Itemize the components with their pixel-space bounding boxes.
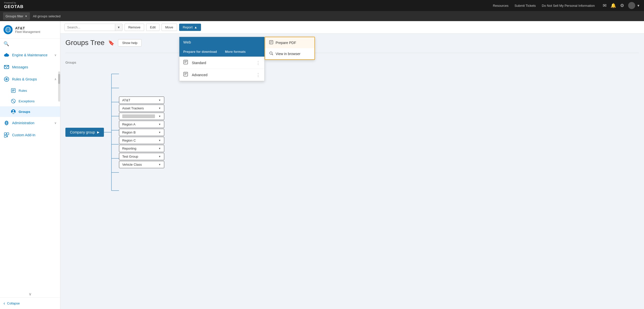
node-region-c-arrow: ▼: [158, 139, 161, 142]
groups-filter-button[interactable]: Groups filter ▼: [3, 12, 30, 20]
advanced-dots-icon[interactable]: ⋮: [256, 72, 260, 78]
report-standard-item[interactable]: Standard ⋮: [179, 57, 264, 69]
search-input[interactable]: [65, 24, 115, 31]
show-help-button[interactable]: Show help: [118, 39, 142, 47]
move-button[interactable]: Move: [162, 24, 177, 31]
report-advanced-item[interactable]: Advanced ⋮: [179, 69, 264, 81]
resources-link[interactable]: Resources: [493, 4, 508, 8]
svg-rect-25: [184, 60, 188, 64]
groups-label: Groups: [19, 110, 30, 114]
tree-node-reporting[interactable]: Reporting ▼: [119, 145, 164, 152]
svg-rect-22: [4, 133, 6, 135]
collapse-label: Collapse: [7, 301, 20, 305]
avatar: [628, 2, 635, 9]
sidebar-item-rules[interactable]: Rules: [0, 85, 60, 96]
standard-label: Standard: [192, 61, 206, 65]
more-formats-tab[interactable]: More formats: [221, 47, 250, 57]
search-icon[interactable]: 🔍: [4, 41, 9, 46]
sidebar-item-messages[interactable]: Messages: [0, 61, 60, 73]
node-blurred-arrow: ▼: [158, 115, 161, 118]
svg-rect-6: [6, 53, 7, 54]
custom-addin-label: Custom Add-In: [12, 133, 57, 137]
prepare-pdf-item[interactable]: Prepare PDF: [265, 37, 314, 48]
sidebar-search-area[interactable]: 🔍: [0, 38, 60, 49]
sidebar-item-exceptions[interactable]: Exceptions: [0, 96, 60, 106]
node-region-b-arrow: ▼: [158, 131, 161, 134]
svg-point-12: [6, 79, 7, 80]
view-in-browser-item[interactable]: View in browser: [265, 48, 314, 59]
search-container: ▼: [64, 24, 123, 31]
prepare-pdf-label: Prepare PDF: [276, 41, 296, 45]
sidebar-item-custom-addin[interactable]: Custom Add-In: [0, 129, 60, 141]
top-icons: ✉ 🔔 ⚙ ▼: [603, 2, 640, 9]
sidebar-item-administration[interactable]: Administration ∨: [0, 117, 60, 129]
tree-node-vehicle-class[interactable]: Vehicle Class ▼: [119, 161, 164, 168]
rules-groups-icon: [4, 76, 10, 82]
sidebar-collapse-button[interactable]: ‹ Collapse: [0, 297, 60, 309]
scroll-thumb: [58, 74, 60, 84]
top-links: Resources Submit Tickets Do Not Sell My …: [493, 4, 595, 8]
company-node[interactable]: Company group ▶: [65, 128, 104, 137]
toolbar: ▼ Remove Edit Move Report ▲ Web Prepare …: [60, 21, 644, 34]
bell-icon[interactable]: 🔔: [611, 3, 616, 8]
node-reporting-label: Reporting: [122, 147, 136, 150]
svg-point-37: [270, 52, 272, 54]
submit-tickets-link[interactable]: Submit Tickets: [514, 4, 536, 8]
gear-icon[interactable]: ⚙: [620, 3, 624, 8]
company-node-arrow: ▶: [97, 130, 99, 134]
svg-rect-5: [5, 54, 9, 57]
pdf-dropdown: Prepare PDF View in browser: [265, 37, 315, 60]
administration-label: Administration: [12, 121, 52, 125]
node-vehicle-class-label: Vehicle Class: [122, 163, 142, 166]
rules-groups-label: Rules & Groups: [12, 77, 52, 81]
sidebar: AT&T Fleet Management 🔍 Engine &: [0, 21, 60, 309]
svg-rect-29: [184, 72, 188, 76]
geotab-logo: GEOTAB: [4, 4, 23, 9]
tree-section: Groups Company group ▶: [65, 58, 639, 200]
report-dropdown: Web Prepare for download More formats: [179, 37, 265, 81]
messages-label: Messages: [12, 65, 57, 69]
main-layout: AT&T Fleet Management 🔍 Engine &: [0, 21, 644, 309]
prepare-download-tab[interactable]: Prepare for download: [179, 47, 221, 57]
sidebar-logo: AT&T Fleet Management: [0, 21, 60, 38]
tree-node-test-group[interactable]: Test Group ▼: [119, 153, 164, 160]
sidebar-scroll-down[interactable]: ∨: [0, 291, 60, 297]
tree-node-region-b[interactable]: Region B ▼: [119, 129, 164, 136]
tree-node-region-a[interactable]: Region A ▼: [119, 121, 164, 128]
groups-icon: [11, 109, 16, 114]
tree-node-region-c[interactable]: Region C ▼: [119, 137, 164, 144]
mail-icon[interactable]: ✉: [603, 3, 607, 8]
node-reporting-arrow: ▼: [158, 147, 161, 150]
search-dropdown-button[interactable]: ▼: [115, 24, 122, 31]
edit-button[interactable]: Edit: [146, 24, 159, 31]
administration-icon: [4, 120, 10, 126]
report-label: Report: [183, 25, 193, 29]
sidebar-item-rules-groups[interactable]: Rules & Groups ∧: [0, 73, 60, 85]
svg-point-21: [6, 122, 8, 124]
svg-rect-8: [8, 55, 9, 56]
do-not-sell-link[interactable]: Do Not Sell My Personal Information: [542, 4, 595, 8]
svg-rect-24: [4, 135, 6, 137]
exceptions-label: Exceptions: [19, 99, 35, 103]
sidebar-item-groups[interactable]: Groups: [0, 106, 60, 117]
content-area: ▼ Remove Edit Move Report ▲ Web Prepare …: [60, 21, 644, 309]
node-asset-trackers-label: Asset Trackers: [122, 106, 144, 110]
exceptions-icon: [11, 98, 16, 104]
standard-dots-icon[interactable]: ⋮: [256, 60, 260, 66]
tree-node-asset-trackers[interactable]: Asset Trackers ▼: [119, 105, 164, 112]
tree-node-blurred[interactable]: ▼: [119, 113, 164, 120]
bookmark-icon[interactable]: 🔖: [108, 40, 114, 46]
tree-visual: Company group ▶: [65, 67, 639, 198]
user-menu[interactable]: ▼: [628, 2, 640, 9]
sidebar-item-engine[interactable]: Engine & Maintenance ∨: [0, 49, 60, 61]
tree-node-att[interactable]: AT&T ▼: [119, 97, 164, 104]
remove-button[interactable]: Remove: [125, 24, 144, 31]
report-button[interactable]: Report ▲: [179, 24, 201, 31]
brand-logo: Powered by GEOTAB: [4, 2, 23, 9]
node-region-c-label: Region C: [122, 139, 136, 142]
sidebar-brand-sub: Fleet Management: [15, 30, 40, 34]
groups-label: Groups: [65, 61, 639, 64]
node-att-label: AT&T: [122, 98, 130, 102]
groups-filter-arrow: ▼: [25, 15, 27, 18]
all-groups-text: All groups selected: [33, 14, 61, 18]
